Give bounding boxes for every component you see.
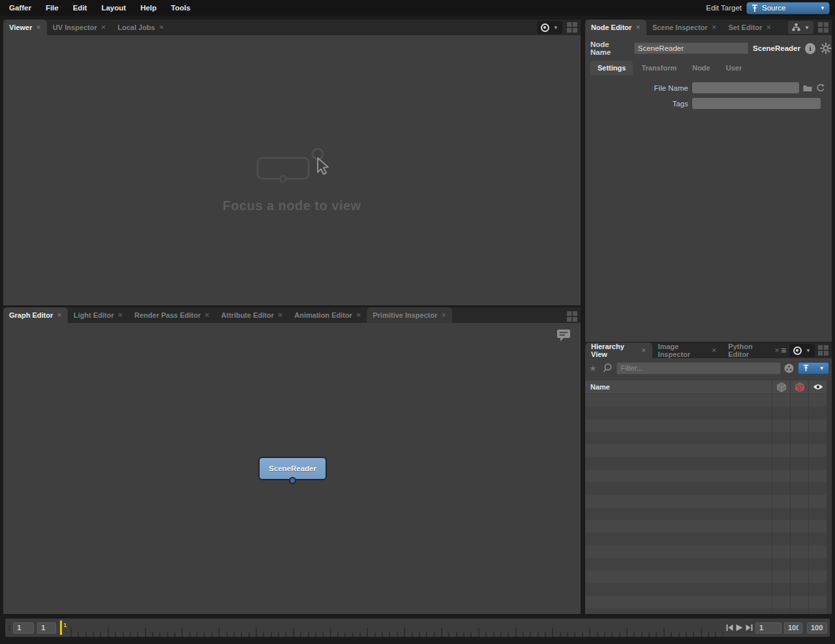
refresh-icon[interactable] <box>816 84 825 93</box>
info-icon[interactable]: i <box>805 43 815 54</box>
subtab-transform[interactable]: Transform <box>634 61 684 75</box>
tab-local-jobs[interactable]: Local Jobs ✕ <box>112 20 170 35</box>
tab-python-editor[interactable]: Python Editor ✕ <box>722 343 781 358</box>
close-icon[interactable]: ✕ <box>36 24 41 31</box>
node-type-label: SceneReader <box>753 44 800 52</box>
layout-grid-icon[interactable] <box>818 22 828 33</box>
tab-label: Light Editor <box>74 311 114 319</box>
timeline-end-frame-field[interactable] <box>784 622 802 634</box>
play-icon[interactable] <box>736 624 743 632</box>
tab-label: UV Inspector <box>53 23 97 31</box>
drag-handle-icon[interactable]: ⁞ <box>8 625 10 631</box>
tab-scene-inspector[interactable]: Scene Inspector ✕ <box>646 20 723 35</box>
timeline-start-frame-field[interactable] <box>13 622 34 634</box>
menu-file[interactable]: File <box>38 0 66 16</box>
column-name[interactable]: Name <box>585 383 772 391</box>
node-editor-subtabs: Settings Transform Node User <box>590 61 749 75</box>
close-icon[interactable]: ✕ <box>57 312 62 318</box>
close-icon[interactable]: ✕ <box>712 347 717 354</box>
hierarchy-scrollbar-gutter[interactable] <box>827 380 832 614</box>
close-icon[interactable]: ✕ <box>159 24 164 31</box>
hierarchy-rows[interactable] <box>585 394 827 614</box>
tab-graph-editor[interactable]: Graph Editor ✕ <box>3 307 68 323</box>
timeline-range-end-field[interactable] <box>807 622 827 634</box>
exclusions-cube-icon[interactable] <box>790 380 808 393</box>
tab-viewer[interactable]: Viewer ✕ <box>3 20 47 35</box>
folder-icon[interactable] <box>803 84 812 92</box>
focus-target-icon <box>541 23 549 32</box>
tab-hierarchy-view[interactable]: Hierarchy View ✕ <box>585 343 652 358</box>
tab-label: Local Jobs <box>117 23 155 31</box>
timeline-current-frame-field[interactable] <box>755 622 782 634</box>
tab-render-pass-editor[interactable]: Render Pass Editor ✕ <box>129 307 215 323</box>
close-icon[interactable]: ✕ <box>766 24 771 31</box>
playhead-frame-label: 1 <box>63 622 67 628</box>
close-icon[interactable]: ✕ <box>101 24 106 31</box>
edit-scope-dropdown[interactable]: ▼ <box>798 362 829 375</box>
filter-settings-icon[interactable] <box>784 363 794 373</box>
viewer-tabbar: Viewer ✕ UV Inspector ✕ Local Jobs ✕ ▼ <box>3 20 581 35</box>
tags-input[interactable] <box>692 98 821 109</box>
close-icon[interactable]: ✕ <box>712 24 717 31</box>
tab-label: Graph Editor <box>9 311 53 319</box>
chevron-down-icon: ▼ <box>820 5 825 11</box>
file-name-label: File Name <box>585 84 688 92</box>
layout-grid-icon[interactable] <box>567 311 577 322</box>
close-icon[interactable]: ✕ <box>205 312 210 318</box>
tab-light-editor[interactable]: Light Editor ✕ <box>68 307 129 323</box>
tab-label: Viewer <box>9 23 32 31</box>
tab-label: Attribute Editor <box>221 311 274 319</box>
subtab-user[interactable]: User <box>719 61 749 75</box>
subtab-node[interactable]: Node <box>685 61 718 75</box>
graph-canvas[interactable]: SceneReader <box>3 323 581 614</box>
timeline-increment-field[interactable] <box>37 622 56 634</box>
visibility-eye-icon[interactable] <box>808 380 827 393</box>
menu-layout[interactable]: Layout <box>94 0 133 16</box>
close-icon[interactable]: ✕ <box>774 347 780 354</box>
node-name-input[interactable] <box>634 42 748 54</box>
tab-image-inspector[interactable]: Image Inspector ✕ <box>652 343 723 358</box>
close-icon[interactable]: ✕ <box>356 312 361 318</box>
close-icon[interactable]: ✕ <box>641 347 646 354</box>
go-to-start-icon[interactable] <box>726 624 733 632</box>
viewer-empty-hint: Focus a node to view <box>3 146 581 213</box>
file-name-input[interactable] <box>692 82 799 93</box>
hierarchy-column-headers: Name <box>585 380 827 393</box>
menu-gaffer[interactable]: Gaffer <box>2 0 38 16</box>
node-settings-gear-icon[interactable] <box>820 42 832 54</box>
close-icon[interactable]: ✕ <box>635 24 641 31</box>
hierarchy-focus-menu-button[interactable]: ▼ <box>789 344 815 357</box>
go-to-end-icon[interactable] <box>746 624 753 632</box>
playhead[interactable] <box>60 621 62 635</box>
tab-attribute-editor[interactable]: Attribute Editor ✕ <box>215 307 288 323</box>
star-icon[interactable]: ★ <box>589 363 597 373</box>
viewer-viewport[interactable]: Focus a node to view <box>3 35 581 305</box>
subtab-settings[interactable]: Settings <box>590 61 633 75</box>
layout-grid-icon[interactable] <box>567 22 577 33</box>
edit-target-dropdown[interactable]: Source ▼ <box>746 2 830 14</box>
cursor-icon <box>318 158 328 174</box>
menu-tools[interactable]: Tools <box>164 0 198 16</box>
annotation-icon[interactable] <box>556 328 571 343</box>
close-icon[interactable]: ✕ <box>118 312 123 318</box>
close-icon[interactable]: ✕ <box>278 312 283 318</box>
viewer-focus-menu-button[interactable]: ▼ <box>537 21 562 34</box>
tab-node-editor[interactable]: Node Editor ✕ <box>585 20 646 35</box>
inclusions-cube-icon[interactable] <box>772 380 790 393</box>
close-icon[interactable]: ✕ <box>442 312 447 318</box>
tab-animation-editor[interactable]: Animation Editor ✕ <box>288 307 367 323</box>
node-label: SceneReader <box>269 465 316 472</box>
tab-set-editor[interactable]: Set Editor ✕ <box>722 20 777 35</box>
node-output-port[interactable] <box>289 477 296 484</box>
node-graph-menu-button[interactable]: ▼ <box>788 21 813 34</box>
tab-primitive-inspector[interactable]: Primitive Inspector ✕ <box>367 307 452 323</box>
menu-help[interactable]: Help <box>133 0 164 16</box>
layout-grid-icon[interactable] <box>818 345 828 356</box>
menu-edit[interactable]: Edit <box>66 0 95 16</box>
tab-list-menu-icon[interactable]: ≡ <box>781 345 786 356</box>
focus-node-illustration <box>250 146 335 189</box>
timeline-ruler[interactable] <box>70 619 723 637</box>
filter-input[interactable] <box>616 362 781 375</box>
chevron-down-icon: ▼ <box>819 365 825 371</box>
tab-uv-inspector[interactable]: UV Inspector ✕ <box>47 20 112 35</box>
